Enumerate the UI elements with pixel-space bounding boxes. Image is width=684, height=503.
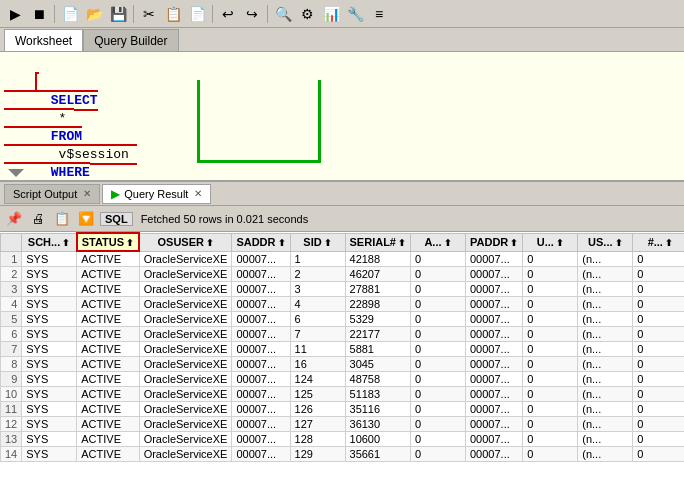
tab-script-output[interactable]: Script Output ✕	[4, 184, 100, 204]
undo-button[interactable]: ↩	[217, 3, 239, 25]
cell-data: 22898	[345, 297, 410, 312]
cell-data: 0	[410, 432, 465, 447]
table-row[interactable]: 11SYSACTIVEOracleServiceXE00007...126351…	[1, 402, 685, 417]
collapse-arrow[interactable]	[8, 169, 24, 177]
chart-button[interactable]: 📊	[320, 3, 342, 25]
col-osuser[interactable]: OSUSER⬆	[139, 233, 232, 251]
settings-button[interactable]: ⚙	[296, 3, 318, 25]
cell-rownum: 7	[1, 342, 22, 357]
table-row[interactable]: 13SYSACTIVEOracleServiceXE00007...128106…	[1, 432, 685, 447]
table-row[interactable]: 10SYSACTIVEOracleServiceXE00007...125511…	[1, 387, 685, 402]
cell-data: 0	[523, 402, 578, 417]
col-us[interactable]: US...⬆	[578, 233, 633, 251]
data-grid[interactable]: SCH...⬆ STATUS⬆ OSUSER⬆ SADDR⬆ SID⬆ SERI…	[0, 232, 684, 503]
col-u1[interactable]: U...⬆	[523, 233, 578, 251]
cell-data: ACTIVE	[77, 312, 139, 327]
cell-data: 0	[523, 327, 578, 342]
table-row[interactable]: 4SYSACTIVEOracleServiceXE00007...4228980…	[1, 297, 685, 312]
open-button[interactable]: 📂	[83, 3, 105, 25]
cell-data: 0	[410, 387, 465, 402]
export-icon[interactable]: 🖨	[28, 209, 48, 229]
pin-icon[interactable]: 📌	[4, 209, 24, 229]
result-toolbar: 📌 🖨 📋 🔽 SQL Fetched 50 rows in 0.021 sec…	[0, 206, 684, 232]
table-row[interactable]: 7SYSACTIVEOracleServiceXE00007...1158810…	[1, 342, 685, 357]
table-row[interactable]: 8SYSACTIVEOracleServiceXE00007...1630450…	[1, 357, 685, 372]
sql-editor[interactable]: SELECT * FROM v$session WHERE STATUS = '…	[0, 52, 684, 182]
cut-button[interactable]: ✂	[138, 3, 160, 25]
new-button[interactable]: 📄	[59, 3, 81, 25]
cell-data: 00007...	[232, 251, 290, 267]
cell-rownum: 6	[1, 327, 22, 342]
cell-data: OracleServiceXE	[139, 357, 232, 372]
cell-data: 0	[410, 282, 465, 297]
search-button[interactable]: 🔍	[272, 3, 294, 25]
cell-data: 0	[523, 297, 578, 312]
script-output-close[interactable]: ✕	[83, 188, 91, 199]
cell-data: 7	[290, 327, 345, 342]
copy-button[interactable]: 📋	[162, 3, 184, 25]
col-sid[interactable]: SID⬆	[290, 233, 345, 251]
cell-data: 00007...	[465, 282, 522, 297]
cell-data: 0	[410, 447, 465, 462]
cell-data: 00007...	[465, 387, 522, 402]
col-saddr[interactable]: SADDR⬆	[232, 233, 290, 251]
save-button[interactable]: 💾	[107, 3, 129, 25]
query-result-label: Query Result	[124, 188, 188, 200]
cell-data: (n...	[578, 387, 633, 402]
cell-data: OracleServiceXE	[139, 327, 232, 342]
cell-rownum: 10	[1, 387, 22, 402]
table-row[interactable]: 5SYSACTIVEOracleServiceXE00007...6532900…	[1, 312, 685, 327]
cell-rownum: 11	[1, 402, 22, 417]
cell-rownum: 5	[1, 312, 22, 327]
table-row[interactable]: 1SYSACTIVEOracleServiceXE00007...1421880…	[1, 251, 685, 267]
bottom-tab-bar: Script Output ✕ ▶ Query Result ✕	[0, 182, 684, 206]
cell-data: 126	[290, 402, 345, 417]
cell-data: 0	[633, 432, 684, 447]
cell-data: 4	[290, 297, 345, 312]
cell-data: 0	[410, 312, 465, 327]
col-hash[interactable]: #...⬆	[633, 233, 684, 251]
paste-button[interactable]: 📄	[186, 3, 208, 25]
col-a[interactable]: A...⬆	[410, 233, 465, 251]
arrow-vert-right	[318, 80, 321, 163]
table-row[interactable]: 14SYSACTIVEOracleServiceXE00007...129356…	[1, 447, 685, 462]
cell-data: SYS	[22, 342, 77, 357]
cell-rownum: 4	[1, 297, 22, 312]
cell-data: SYS	[22, 327, 77, 342]
col-paddr[interactable]: PADDR⬆	[465, 233, 522, 251]
table-row[interactable]: 6SYSACTIVEOracleServiceXE00007...7221770…	[1, 327, 685, 342]
stop-button[interactable]: ⏹	[28, 3, 50, 25]
redo-button[interactable]: ↪	[241, 3, 263, 25]
cell-data: 3045	[345, 357, 410, 372]
col-serial[interactable]: SERIAL#⬆	[345, 233, 410, 251]
cell-data: (n...	[578, 432, 633, 447]
cell-data: 0	[410, 417, 465, 432]
col-status[interactable]: STATUS⬆	[77, 233, 139, 251]
cell-data: 35116	[345, 402, 410, 417]
tab-worksheet[interactable]: Worksheet	[4, 29, 83, 51]
cell-data: SYS	[22, 312, 77, 327]
cell-data: 0	[633, 282, 684, 297]
menu-button[interactable]: ≡	[368, 3, 390, 25]
cell-data: SYS	[22, 432, 77, 447]
tools-button[interactable]: 🔧	[344, 3, 366, 25]
bottom-panel: Script Output ✕ ▶ Query Result ✕ 📌 🖨 📋 🔽…	[0, 182, 684, 503]
result-status: Fetched 50 rows in 0.021 seconds	[141, 213, 309, 225]
cell-data: 0	[633, 417, 684, 432]
table-row[interactable]: 2SYSACTIVEOracleServiceXE00007...2462070…	[1, 267, 685, 282]
cell-data: 00007...	[232, 327, 290, 342]
tab-query-builder[interactable]: Query Builder	[83, 29, 178, 51]
toolbar-separator-3	[212, 5, 213, 23]
cell-data: (n...	[578, 282, 633, 297]
cell-rownum: 14	[1, 447, 22, 462]
table-row[interactable]: 3SYSACTIVEOracleServiceXE00007...3278810…	[1, 282, 685, 297]
table-row[interactable]: 9SYSACTIVEOracleServiceXE00007...1244875…	[1, 372, 685, 387]
tab-query-result[interactable]: ▶ Query Result ✕	[102, 184, 211, 204]
filter-icon[interactable]: 🔽	[76, 209, 96, 229]
query-result-close[interactable]: ✕	[194, 188, 202, 199]
sql-badge[interactable]: SQL	[100, 212, 133, 226]
col-schema[interactable]: SCH...⬆	[22, 233, 77, 251]
copy-grid-icon[interactable]: 📋	[52, 209, 72, 229]
table-row[interactable]: 12SYSACTIVEOracleServiceXE00007...127361…	[1, 417, 685, 432]
run-button[interactable]: ▶	[4, 3, 26, 25]
